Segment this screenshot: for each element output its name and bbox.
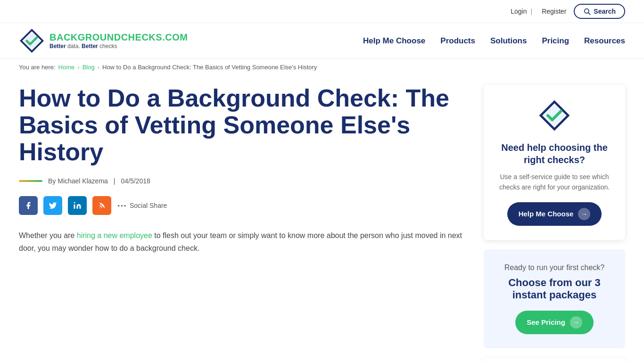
register-link[interactable]: Register bbox=[542, 8, 566, 15]
logo-tagline-better2: Better bbox=[82, 43, 98, 49]
article: How to Do a Background Check: The Basics… bbox=[19, 85, 465, 362]
search-button[interactable]: Search bbox=[574, 4, 625, 19]
logo-icon bbox=[19, 28, 45, 54]
hiring-link[interactable]: hiring a new employee bbox=[77, 231, 152, 239]
svg-line-1 bbox=[588, 13, 590, 15]
rss-icon[interactable] bbox=[92, 196, 111, 215]
breadcrumb-home[interactable]: Home bbox=[58, 64, 75, 71]
meta-sep: | bbox=[114, 177, 116, 185]
logo-name-part2: CHECKS.COM bbox=[121, 32, 188, 42]
help-card-title: Need help choosing the right checks? bbox=[495, 141, 614, 166]
nav-pricing[interactable]: Pricing bbox=[542, 36, 569, 46]
logo-area: BACKGROUNDCHECKS.COM Better data. Better… bbox=[19, 28, 188, 54]
article-title: How to Do a Background Check: The Basics… bbox=[19, 85, 465, 166]
article-meta: By Michael Klazema | 04/5/2018 bbox=[19, 177, 465, 185]
help-btn-label: Help Me Choose bbox=[519, 210, 574, 218]
main-content: How to Do a Background Check: The Basics… bbox=[0, 75, 644, 362]
login-link[interactable]: Login bbox=[511, 8, 527, 15]
more-share-button[interactable]: ⋯ Social Share bbox=[117, 200, 167, 211]
social-share-label: Social Share bbox=[130, 202, 167, 209]
help-card-icon bbox=[538, 99, 571, 132]
breadcrumb-sep2: › bbox=[98, 64, 99, 71]
divider: | bbox=[531, 8, 533, 15]
pricing-btn-label: See Pricing bbox=[527, 318, 565, 326]
header: BACKGROUNDCHECKS.COM Better data. Better… bbox=[0, 23, 644, 59]
breadcrumb-current: How to Do a Background Check: The Basics… bbox=[102, 64, 317, 71]
sidebar-card-pricing: Ready to run your first check? Choose fr… bbox=[484, 249, 625, 348]
article-paragraph: Whether you are hiring a new employee to… bbox=[19, 229, 465, 255]
help-me-choose-button[interactable]: Help Me Choose → bbox=[507, 202, 602, 226]
nav-solutions[interactable]: Solutions bbox=[490, 36, 527, 46]
main-nav: Help Me Choose Products Solutions Pricin… bbox=[363, 36, 625, 46]
pricing-btn-arrow: → bbox=[570, 316, 582, 329]
meta-line bbox=[19, 180, 42, 182]
svg-point-5 bbox=[74, 202, 75, 203]
logo-name: BACKGROUNDCHECKS.COM bbox=[50, 32, 188, 43]
logo-tagline: Better data. Better checks bbox=[50, 43, 188, 49]
nav-help-me-choose[interactable]: Help Me Choose bbox=[363, 36, 425, 46]
breadcrumb-prefix: You are here: bbox=[19, 64, 56, 71]
social-share: ⋯ Social Share bbox=[19, 196, 465, 215]
article-author: By Michael Klazema bbox=[48, 177, 108, 185]
top-bar: Login | Register Search bbox=[0, 0, 644, 23]
card-icon bbox=[495, 99, 614, 134]
nav-resources[interactable]: Resources bbox=[584, 36, 625, 46]
search-icon bbox=[583, 8, 591, 15]
linkedin-icon[interactable] bbox=[68, 196, 87, 215]
breadcrumb-blog[interactable]: Blog bbox=[83, 64, 95, 71]
more-dots: ⋯ bbox=[117, 200, 127, 211]
logo-text: BACKGROUNDCHECKS.COM Better data. Better… bbox=[50, 32, 188, 49]
see-pricing-button[interactable]: See Pricing → bbox=[515, 311, 594, 334]
facebook-icon[interactable] bbox=[19, 196, 38, 215]
article-date: 04/5/2018 bbox=[121, 177, 150, 185]
breadcrumb: You are here: Home › Blog › How to Do a … bbox=[0, 59, 644, 75]
logo-name-part1: BACKGROUND bbox=[50, 32, 121, 42]
logo-tagline-better1: Better bbox=[50, 43, 66, 49]
sidebar-card-report: Get your report instantly bbox=[484, 358, 625, 362]
search-label: Search bbox=[594, 8, 616, 15]
help-card-desc: Use a self-service guide to see which ch… bbox=[495, 172, 614, 193]
sidebar: Need help choosing the right checks? Use… bbox=[484, 85, 625, 362]
nav-products[interactable]: Products bbox=[440, 36, 475, 46]
svg-point-6 bbox=[99, 207, 100, 208]
pricing-card-subtitle: Ready to run your first check? bbox=[495, 263, 614, 272]
breadcrumb-sep1: › bbox=[77, 64, 79, 71]
article-body: Whether you are hiring a new employee to… bbox=[19, 229, 465, 255]
sidebar-card-help: Need help choosing the right checks? Use… bbox=[484, 85, 625, 240]
svg-rect-4 bbox=[74, 204, 75, 208]
twitter-icon[interactable] bbox=[43, 196, 62, 215]
pricing-card-title: Choose from our 3 instant packages bbox=[495, 277, 614, 301]
help-btn-arrow: → bbox=[578, 208, 590, 220]
